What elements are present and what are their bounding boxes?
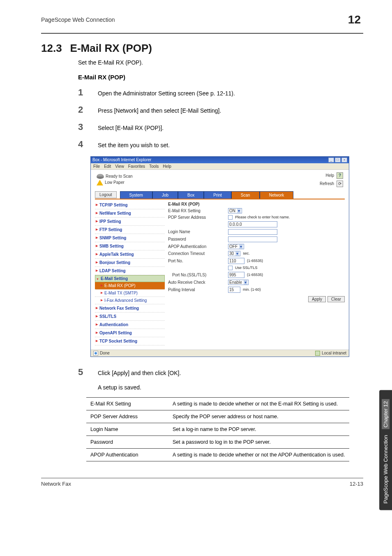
browser-window: Box - Microsoft Internet Explorer _ □ × … — [90, 156, 349, 357]
cell-key: E-Mail RX Setting — [86, 397, 168, 410]
sidebar-item-tcpip[interactable]: TCP/IP Setting — [95, 201, 165, 209]
settings-table: E-Mail RX Setting A setting is made to d… — [86, 397, 349, 461]
menu-file[interactable]: File — [93, 164, 100, 169]
sidebar-item-openapi[interactable]: OpenAPI Setting — [95, 329, 165, 337]
side-tab: PageScope Web Connection Chapter 12 — [379, 390, 392, 510]
footer-left: Network Fax — [41, 481, 71, 487]
sidebar-item-smb[interactable]: SMB Setting — [95, 242, 165, 250]
zone-icon — [315, 351, 320, 356]
section-title: E-Mail RX (POP) — [70, 42, 152, 55]
sidebar-item-ssl[interactable]: SSL/TLS — [95, 313, 165, 321]
step-2: 2 Press [Network] and then select [E-Mai… — [78, 104, 363, 115]
checkbox-hostname[interactable] — [228, 215, 233, 220]
label-conn-timeout: Connection Timeout — [168, 251, 226, 256]
form-area: E-Mail RX (POP) E-Mail RX Setting ON POP… — [168, 201, 345, 345]
range-port: (1-65535) — [247, 259, 263, 263]
window-buttons: _ □ × — [328, 158, 347, 162]
status-zone: Local intranet — [322, 351, 346, 355]
maximize-icon[interactable]: □ — [335, 158, 341, 162]
sidebar-item-ifax[interactable]: I-Fax Advanced Setting — [95, 297, 165, 304]
table-row: APOP Authentication A setting is made to… — [86, 448, 349, 461]
sidebar-item-appletalk[interactable]: AppleTalk Setting — [95, 250, 165, 259]
select-apop[interactable]: OFF — [228, 244, 244, 249]
input-ssl-port[interactable]: 995 — [228, 272, 244, 278]
select-rx-setting[interactable]: ON — [228, 208, 242, 213]
step-4: 4 Set the item you wish to set. — [78, 139, 363, 150]
sidebar-item-snmp[interactable]: SNMP Setting — [95, 234, 165, 242]
sidebar-item-ldap[interactable]: LDAP Setting — [95, 267, 165, 275]
window-title: Box - Microsoft Internet Explorer — [92, 158, 151, 162]
cell-value: A setting is made to decide whether or n… — [168, 448, 349, 461]
input-login-name[interactable] — [228, 229, 277, 235]
cell-key: Login Name — [86, 423, 168, 436]
input-polling[interactable]: 15 — [228, 287, 240, 293]
sidebar-item-ftp[interactable]: FTP Setting — [95, 226, 165, 234]
refresh-icon[interactable]: ⟳ — [337, 181, 343, 187]
input-pop-address[interactable]: 0.0.0.0 — [228, 221, 277, 227]
chapter-badge: 12 — [346, 12, 363, 27]
status-ready: Ready to Scan — [106, 174, 133, 178]
step-number: 4 — [78, 139, 86, 150]
sidebar-item-netware[interactable]: NetWare Setting — [95, 209, 165, 218]
step-number: 2 — [78, 104, 86, 115]
step-number: 1 — [78, 87, 86, 98]
label-rx-setting: E-Mail RX Setting — [168, 208, 226, 213]
help-icon[interactable]: ? — [337, 172, 343, 179]
table-row: POP Server Address Specify the POP serve… — [86, 410, 349, 423]
menu-help[interactable]: Help — [163, 164, 171, 169]
section-number: 12.3 — [41, 42, 62, 55]
warning-icon — [97, 180, 103, 185]
input-password[interactable] — [228, 236, 277, 242]
sidebar-group-email[interactable]: E-Mail Setting — [95, 275, 165, 282]
table-row: Password Set a password to log in to the… — [86, 436, 349, 448]
subheading: E-Mail RX (POP) — [78, 74, 363, 81]
side-tab-label: PageScope Web Connection — [383, 435, 389, 503]
sidebar: TCP/IP Setting NetWare Setting IPP Setti… — [95, 201, 165, 345]
menu-tools[interactable]: Tools — [149, 164, 159, 169]
tab-scan[interactable]: Scan — [231, 191, 260, 199]
running-head: PageScope Web Connection — [41, 16, 115, 23]
input-port[interactable]: 110 — [228, 258, 244, 264]
checkbox-usessl[interactable] — [228, 266, 233, 270]
step-5: 5 Click [Apply] and then click [OK]. — [78, 367, 363, 378]
tab-network[interactable]: Network — [260, 191, 294, 199]
step-3: 3 Select [E-Mail RX (POP)]. — [78, 122, 363, 132]
sidebar-item-bonjour[interactable]: Bonjour Setting — [95, 259, 165, 267]
tab-job[interactable]: Job — [152, 191, 178, 199]
label-auto-receive: Auto Receive Check — [168, 280, 226, 285]
step-text: Select [E-Mail RX (POP)]. — [98, 124, 164, 132]
label-ssl-port: Port No.(SSL/TLS) — [168, 273, 226, 277]
unit-polling: min. (1-60) — [243, 287, 261, 292]
clear-button[interactable]: Clear — [327, 296, 345, 302]
tab-print[interactable]: Print — [204, 191, 231, 199]
table-row: Login Name Set a log-in name to the POP … — [86, 423, 349, 436]
sidebar-item-tcpsocket[interactable]: TCP Socket Setting — [95, 337, 165, 345]
cell-value: Set a log-in name to the POP server. — [168, 423, 349, 436]
sidebar-item-auth[interactable]: Authentication — [95, 321, 165, 329]
minimize-icon[interactable]: _ — [328, 158, 334, 162]
cell-key: APOP Authentication — [86, 448, 168, 461]
form-title: E-Mail RX (POP) — [168, 201, 345, 207]
sidebar-item-emailrx[interactable]: E-Mail RX (POP) — [95, 282, 165, 290]
range-ssl-port: (1-65535) — [247, 273, 263, 277]
refresh-label: Refresh — [320, 181, 334, 186]
cell-value: Specify the POP server address or host n… — [168, 410, 349, 423]
step-text: Click [Apply] and then click [OK]. — [98, 369, 181, 378]
tab-system[interactable]: System — [120, 191, 152, 199]
sidebar-item-emailtx[interactable]: E-Mail TX (SMTP) — [95, 290, 165, 297]
logout-button[interactable]: Logout — [95, 191, 117, 198]
sidebar-item-netfax[interactable]: Network Fax Setting — [95, 304, 165, 313]
apply-button[interactable]: Apply — [308, 296, 326, 302]
menu-view[interactable]: View — [115, 164, 124, 169]
menu-favorites[interactable]: Favorites — [128, 164, 145, 169]
label-port: Port No. — [168, 259, 226, 263]
select-auto-receive[interactable]: Enable — [228, 280, 249, 285]
close-icon[interactable]: × — [341, 158, 347, 162]
sidebar-item-ipp[interactable]: IPP Setting — [95, 218, 165, 226]
step-text: Open the Administrator Setting screen (S… — [98, 90, 235, 98]
step-text: Press [Network] and then select [E-Mail … — [98, 107, 221, 115]
menu-edit[interactable]: Edit — [104, 164, 111, 169]
tab-box[interactable]: Box — [178, 191, 204, 199]
cell-value: Set a password to log in to the POP serv… — [168, 436, 349, 448]
select-conn-timeout[interactable]: 30 — [228, 251, 240, 256]
